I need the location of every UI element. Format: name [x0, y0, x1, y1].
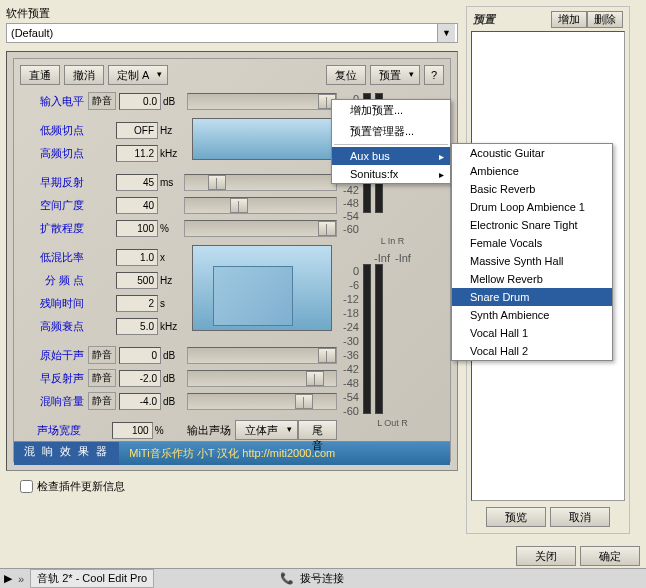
menu-auxbus[interactable]: Aux bus — [332, 147, 450, 165]
slider-3[interactable] — [184, 174, 337, 191]
preset-menu: 增加预置... 预置管理器... Aux bus Sonitus:fx — [331, 99, 451, 184]
unit-0: dB — [163, 96, 187, 107]
submenu-item[interactable]: Acoustic Guitar — [452, 144, 612, 162]
output-field-label: 输出声场 — [178, 423, 232, 438]
menu-sonitus[interactable]: Sonitus:fx — [332, 165, 450, 183]
menu-add-preset[interactable]: 增加预置... — [332, 100, 450, 121]
auxbus-submenu: Acoustic GuitarAmbienceBasic ReverbDrum … — [451, 143, 613, 361]
mute-button-10[interactable]: 静音 — [88, 346, 116, 364]
close-button[interactable]: 关闭 — [516, 546, 576, 566]
unit-1: Hz — [160, 125, 184, 136]
unit-5: % — [160, 223, 184, 234]
submenu-item[interactable]: Drum Loop Ambience 1 — [452, 198, 612, 216]
out-meter-R — [375, 264, 383, 414]
val-4[interactable]: 40 — [116, 197, 158, 214]
input-level-label: 输入电平 — [20, 94, 84, 109]
submenu-item[interactable]: Ambience — [452, 162, 612, 180]
slider-11[interactable] — [187, 370, 337, 387]
mute-button-11[interactable]: 静音 — [88, 369, 116, 387]
cancel-button[interactable]: 取消 — [550, 507, 610, 527]
bass-label: 低混比率 — [20, 250, 84, 265]
unit-13: % — [155, 425, 178, 436]
unit-2: kHz — [160, 148, 184, 159]
submenu-item[interactable]: Massive Synth Hall — [452, 252, 612, 270]
submenu-item[interactable]: Female Vocals — [452, 234, 612, 252]
mute-button-0[interactable]: 静音 — [88, 92, 116, 110]
val-7[interactable]: 500 — [116, 272, 158, 289]
xover-label: 分 频 点 — [20, 273, 84, 288]
unit-7: Hz — [160, 275, 184, 286]
er-label: 早反射声 — [20, 371, 84, 386]
unit-12: dB — [163, 396, 187, 407]
add-preset-button[interactable]: 增加 — [551, 11, 587, 28]
unit-10: dB — [163, 350, 187, 361]
val-13[interactable]: 100 — [112, 422, 152, 439]
submenu-item[interactable]: Mellow Reverb — [452, 270, 612, 288]
slider-0[interactable] — [187, 93, 337, 110]
stwidth-label: 声场宽度 — [20, 423, 81, 438]
taskbar-icon: ▶ — [4, 572, 12, 585]
undo-button[interactable]: 撤消 — [64, 65, 104, 85]
width-label: 空间广度 — [20, 198, 84, 213]
val-3[interactable]: 45 — [116, 174, 158, 191]
meter-out-label: L Out R — [341, 418, 444, 428]
preset-panel-title: 预置 — [473, 12, 551, 27]
unit-9: kHz — [160, 321, 184, 332]
ok-button[interactable]: 确定 — [580, 546, 640, 566]
damp-label: 高频衰点 — [20, 319, 84, 334]
submenu-item[interactable]: Vocal Hall 1 — [452, 324, 612, 342]
help-button[interactable]: ? — [424, 65, 444, 85]
plugin-footer: 混 响 效 果 器 MiTi音乐作坊 小T 汉化 http://miti2000… — [14, 441, 450, 465]
slider-12[interactable] — [187, 393, 337, 410]
slider-10[interactable] — [187, 347, 337, 364]
tail-button[interactable]: 尾音 — [298, 420, 337, 440]
preset-button[interactable]: 预置 — [370, 65, 420, 85]
val-0[interactable]: 0.0 — [119, 93, 161, 110]
submenu-item[interactable]: Vocal Hall 2 — [452, 342, 612, 360]
preview-button[interactable]: 预览 — [486, 507, 546, 527]
unit-3: ms — [160, 177, 184, 188]
diff-label: 扩散程度 — [20, 221, 84, 236]
unit-6: x — [160, 252, 184, 263]
setup-button[interactable]: 定制 A — [108, 65, 168, 85]
submenu-item[interactable]: Electronic Snare Tight — [452, 216, 612, 234]
soft-preset-label: 软件预置 — [6, 6, 458, 21]
reset-button[interactable]: 复位 — [326, 65, 366, 85]
check-update-label: 检查插件更新信息 — [37, 479, 125, 494]
val-8[interactable]: 2 — [116, 295, 158, 312]
check-update-checkbox[interactable] — [20, 480, 33, 493]
taskbar-app[interactable]: 音轨 2* - Cool Edit Pro — [30, 569, 154, 588]
bypass-button[interactable]: 直通 — [20, 65, 60, 85]
del-preset-button[interactable]: 删除 — [587, 11, 623, 28]
rev-label: 混响音量 — [20, 394, 84, 409]
submenu-item[interactable]: Snare Drum — [452, 288, 612, 306]
slider-5[interactable] — [184, 220, 337, 237]
out-meter-L — [363, 264, 371, 414]
submenu-item[interactable]: Basic Reverb — [452, 180, 612, 198]
slider-4[interactable] — [184, 197, 337, 214]
val-12[interactable]: -4.0 — [119, 393, 161, 410]
menu-preset-manager[interactable]: 预置管理器... — [332, 121, 450, 142]
decay-graph — [192, 245, 332, 331]
taskbar: ▶ » 音轨 2* - Cool Edit Pro 📞 拨号连接 — [0, 568, 646, 588]
meter-in-label: L In R — [341, 236, 444, 246]
val-10[interactable]: 0 — [119, 347, 161, 364]
early-label: 早期反射 — [20, 175, 84, 190]
unit-8: s — [160, 298, 184, 309]
submenu-item[interactable]: Synth Ambience — [452, 306, 612, 324]
decay-label: 残响时间 — [20, 296, 84, 311]
hicut-label: 高频切点 — [20, 146, 84, 161]
preset-dropdown[interactable]: (Default) — [6, 23, 458, 43]
stereo-button[interactable]: 立体声 — [235, 420, 298, 440]
preset-value: (Default) — [11, 27, 53, 39]
val-9[interactable]: 5.0 — [116, 318, 158, 335]
val-6[interactable]: 1.0 — [116, 249, 158, 266]
val-2[interactable]: 11.2 — [116, 145, 158, 162]
unit-11: dB — [163, 373, 187, 384]
dry-label: 原始干声 — [20, 348, 84, 363]
val-5[interactable]: 100 — [116, 220, 158, 237]
mute-button-12[interactable]: 静音 — [88, 392, 116, 410]
taskbar-dial[interactable]: 拨号连接 — [300, 571, 344, 586]
val-11[interactable]: -2.0 — [119, 370, 161, 387]
val-1[interactable]: OFF — [116, 122, 158, 139]
